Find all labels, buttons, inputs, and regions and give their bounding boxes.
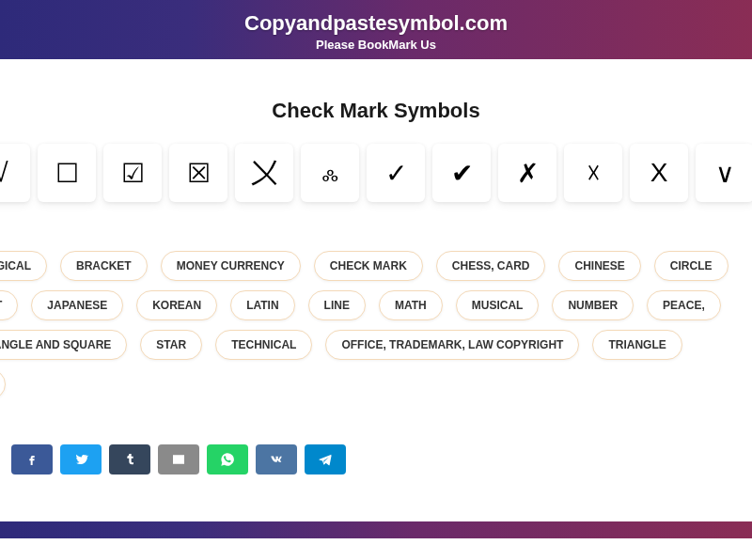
- share-email-button[interactable]: [158, 444, 199, 474]
- category-chip[interactable]: CHECK MARK: [314, 251, 423, 281]
- share-telegram-button[interactable]: [305, 444, 346, 474]
- site-title[interactable]: Copyandpastesymbol.com: [0, 11, 752, 36]
- email-icon: [171, 452, 186, 467]
- share-tumblr-button[interactable]: [109, 444, 150, 474]
- vk-icon: [269, 452, 284, 467]
- symbol-tile[interactable]: ☒: [169, 144, 227, 202]
- category-chip[interactable]: NUMBER: [552, 290, 634, 320]
- symbol-tile[interactable]: ✔: [432, 144, 491, 202]
- symbol-grid: √ ☐ ☑ ☒ 〤 ஃ ✓ ✔ ✗ ☓ Х ∨: [0, 144, 752, 202]
- category-chip[interactable]: KOREAN: [136, 290, 217, 320]
- symbol-tile[interactable]: ✓: [367, 144, 425, 202]
- category-chip[interactable]: PEACE,: [647, 290, 721, 320]
- whatsapp-icon: [220, 452, 235, 467]
- symbol-tile[interactable]: ஃ: [301, 144, 359, 202]
- category-chip[interactable]: LINE: [308, 290, 366, 320]
- category-chip[interactable]: WEA: [0, 369, 6, 399]
- symbol-tile[interactable]: ☑: [103, 144, 162, 202]
- tumblr-icon: [122, 452, 137, 467]
- category-chip[interactable]: OFFICE, TRADEMARK, LAW COPYRIGHT: [325, 330, 579, 360]
- symbol-tile[interactable]: ☐: [38, 144, 96, 202]
- twitter-icon: [73, 452, 88, 467]
- symbol-tile[interactable]: ∨: [696, 144, 752, 202]
- category-chip[interactable]: HEART: [0, 290, 18, 320]
- site-header: Copyandpastesymbol.com Please BookMark U…: [0, 0, 752, 59]
- facebook-icon: [24, 452, 39, 467]
- symbol-tile[interactable]: ✗: [498, 144, 556, 202]
- symbol-tile[interactable]: √: [0, 144, 30, 202]
- share-row: [11, 444, 752, 474]
- symbol-tile[interactable]: 〤: [235, 144, 293, 202]
- category-chip[interactable]: MUSICAL: [456, 290, 540, 320]
- category-list: ROLOGICAL BRACKET MONEY CURRENCY CHECK M…: [0, 251, 752, 399]
- page-title: Check Mark Symbols: [0, 99, 752, 123]
- category-chip[interactable]: MATH: [379, 290, 443, 320]
- symbol-tile[interactable]: Х: [630, 144, 688, 202]
- symbol-tile[interactable]: ☓: [564, 144, 622, 202]
- category-chip[interactable]: JAPANESE: [31, 290, 123, 320]
- category-chip[interactable]: CHESS, CARD: [436, 251, 546, 281]
- category-chip[interactable]: ROLOGICAL: [0, 251, 47, 281]
- site-tagline: Please BookMark Us: [0, 38, 752, 52]
- share-facebook-button[interactable]: [11, 444, 53, 474]
- category-chip[interactable]: STAR: [140, 330, 202, 360]
- footer-bar: [0, 521, 752, 538]
- share-twitter-button[interactable]: [60, 444, 102, 474]
- category-chip[interactable]: LATIN: [230, 290, 294, 320]
- category-chip[interactable]: TECHNICAL: [215, 330, 312, 360]
- telegram-icon: [318, 452, 333, 467]
- category-chip[interactable]: TRIANGLE: [592, 330, 682, 360]
- category-chip[interactable]: BRACKET: [60, 251, 148, 281]
- share-vk-button[interactable]: [256, 444, 297, 474]
- category-chip[interactable]: CIRCLE: [654, 251, 728, 281]
- category-chip[interactable]: RECTANGLE AND SQUARE: [0, 330, 127, 360]
- share-whatsapp-button[interactable]: [207, 444, 248, 474]
- category-chip[interactable]: CHINESE: [558, 251, 640, 281]
- category-chip[interactable]: MONEY CURRENCY: [161, 251, 301, 281]
